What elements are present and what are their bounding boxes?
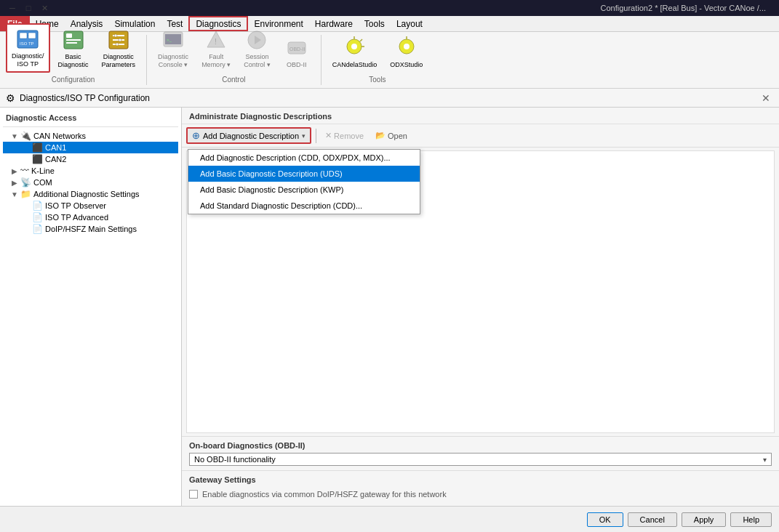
svg-point-26: [351, 44, 357, 49]
tree-icon-can-networks: 🔌: [20, 131, 31, 141]
toolbar-btn-label-session-control: SessionControl ▾: [244, 53, 271, 69]
dropdown-item-add-uds[interactable]: Add Basic Diagnostic Description (UDS): [188, 166, 420, 182]
toolbar-btn-label-diagnostic-console: DiagnosticConsole ▾: [158, 53, 188, 69]
tree-label-iso-tp-observer: ISO TP Observer: [45, 201, 106, 210]
remove-icon: ✕: [325, 131, 332, 140]
svg-text:ISO TP: ISO TP: [20, 41, 34, 46]
apply-button[interactable]: Apply: [682, 512, 727, 527]
toolbar-btn-label-obd2: OBD-II: [287, 61, 307, 69]
toolbar-btn-basic-diagnostic[interactable]: BasicDiagnostic: [53, 25, 94, 73]
add-diagnostic-description-button[interactable]: ⊕ Add Diagnostic Description ▾ Add Diagn…: [186, 127, 311, 144]
tree-label-can1: CAN1: [45, 143, 66, 152]
obd-dropdown[interactable]: No OBD-II functionality ▾: [189, 453, 772, 466]
tree-label-doip: DoIP/HSFZ Main Settings: [45, 225, 137, 233]
toolbar-btn-odxstudio[interactable]: ODXStudio: [385, 33, 428, 73]
right-panel-title: Administrate Diagnostic Descriptions: [182, 108, 779, 124]
close-icon[interactable]: ✕: [38, 1, 51, 15]
toolbar-btn-diagnostic-isotp[interactable]: ISO TP Diagnostic/ISO TP: [6, 23, 50, 73]
gateway-checkbox[interactable]: [189, 490, 198, 499]
menu-item-layout[interactable]: Layout: [391, 16, 428, 31]
dialog-title-icon: ⚙: [6, 92, 15, 104]
tree-item-com[interactable]: ▶ 📡 COM: [3, 177, 178, 188]
toolbar-group-label-tools: Tools: [369, 76, 385, 85]
gateway-label: Gateway Settings: [189, 475, 772, 484]
dropdown-item-add-kwp[interactable]: Add Basic Diagnostic Description (KWP): [188, 182, 420, 198]
toolbar-btn-fault-memory[interactable]: ! FaultMemory ▾: [196, 25, 236, 73]
toolbar-btn-label-diagnostic-params: DiagnosticParameters: [102, 53, 136, 69]
tree-item-additional-settings[interactable]: ▼ 📁 Additional Diagnostic Settings: [3, 188, 178, 200]
obd-dropdown-arrow: ▾: [763, 456, 767, 464]
toolbar-btn-candela[interactable]: CANdelaStudio: [327, 33, 383, 73]
window-controls[interactable]: ─ □ ✕: [6, 1, 51, 15]
obd-section: On-board Diagnostics (OBD-II) No OBD-II …: [182, 436, 779, 470]
toolbar-group-label-configuration: Configuration: [52, 76, 95, 85]
svg-rect-8: [66, 42, 77, 44]
tree-item-can-networks[interactable]: ▼ 🔌 CAN Networks: [3, 130, 178, 142]
remove-button[interactable]: ✕ Remove: [321, 129, 368, 142]
cancel-button[interactable]: Cancel: [628, 512, 677, 527]
gateway-checkbox-row: Enable diagnostics via common DoIP/HSFZ …: [189, 487, 772, 501]
svg-point-15: [116, 43, 119, 46]
tree-item-iso-tp-observer[interactable]: 📄 ISO TP Observer: [3, 200, 178, 211]
tree-item-kline[interactable]: ▶ 〰 K-Line: [3, 165, 178, 177]
dropdown-item-add-standard-cdd[interactable]: Add Standard Diagnostic Description (CDD…: [188, 198, 420, 214]
ok-button[interactable]: OK: [587, 512, 623, 527]
menu-item-tools[interactable]: Tools: [359, 16, 391, 31]
toolbar-btn-diagnostic-params[interactable]: DiagnosticParameters: [97, 25, 141, 73]
tree-icon-com: 📡: [20, 177, 31, 188]
tree-label-can-networks: CAN Networks: [33, 132, 86, 140]
diagnostic-isotp-icon: ISO TP: [16, 28, 39, 51]
toolbar-group-configuration: ISO TP Diagnostic/ISO TP BasicDiagnostic: [0, 35, 147, 85]
tree-expander-com: ▶: [9, 179, 20, 187]
tree-label-can2: CAN2: [45, 155, 66, 164]
svg-point-31: [404, 44, 410, 49]
minimize-icon[interactable]: ─: [6, 1, 19, 15]
tree-item-iso-tp-advanced[interactable]: 📄 ISO TP Advanced: [3, 211, 178, 223]
main-toolbar: ISO TP Diagnostic/ISO TP BasicDiagnostic: [0, 32, 779, 89]
add-description-dropdown: Add Diagnostic Description (CDD, ODX/PDX…: [188, 149, 420, 214]
session-control-icon: [245, 28, 268, 52]
open-label: Open: [388, 132, 407, 140]
dialog-titlebar: ⚙ Diagnostics/ISO TP Configuration ✕: [0, 89, 779, 108]
toolbar-btn-session-control[interactable]: SessionControl ▾: [239, 25, 276, 73]
toolbar-group-tools: CANdelaStudio ODXStudio Tools: [321, 35, 434, 85]
svg-point-14: [119, 39, 121, 41]
tree-expander-additional: ▼: [9, 190, 20, 198]
toolbar-tools-buttons: CANdelaStudio ODXStudio: [327, 33, 428, 73]
toolbar-control-buttons: >_ DiagnosticConsole ▾ ! FaultMemory ▾: [153, 25, 315, 73]
toolbar-btn-diagnostic-console[interactable]: >_ DiagnosticConsole ▾: [153, 25, 193, 73]
toolbar-btn-obd2[interactable]: OBD-II OBD-II: [279, 33, 315, 73]
tree-expander-kline: ▶: [9, 167, 20, 175]
right-toolbar: ⊕ Add Diagnostic Description ▾ Add Diagn…: [182, 124, 779, 148]
tree-item-can1[interactable]: ⬛ CAN1: [3, 142, 178, 153]
dialog-content: Diagnostic Access ▼ 🔌 CAN Networks ⬛ CAN…: [0, 108, 779, 506]
obd-dropdown-value: No OBD-II functionality: [194, 455, 763, 464]
tree-expander-can: ▼: [9, 132, 20, 140]
tree-label-kline: K-Line: [31, 166, 55, 175]
tree-icon-iso-tp-observer: 📄: [32, 201, 43, 211]
obd-label: On-board Diagnostics (OBD-II): [189, 441, 772, 450]
add-icon: ⊕: [192, 130, 200, 141]
svg-rect-1: [20, 33, 27, 39]
toolbar-separator: [316, 129, 316, 143]
svg-line-28: [360, 39, 362, 41]
basic-diagnostic-icon: [62, 28, 85, 52]
menu-item-hardware[interactable]: Hardware: [309, 16, 359, 31]
svg-text:!: !: [215, 38, 217, 46]
dialog-close-button[interactable]: ✕: [759, 91, 773, 105]
maximize-icon[interactable]: □: [22, 1, 35, 15]
dropdown-item-add-cdd[interactable]: Add Diagnostic Description (CDD, ODX/PDX…: [188, 150, 420, 166]
odxstudio-icon: [395, 36, 418, 60]
tree-label-com: COM: [33, 178, 52, 187]
candela-icon: [343, 36, 366, 60]
open-icon: 📂: [375, 131, 385, 140]
tree-item-can2[interactable]: ⬛ CAN2: [3, 153, 178, 165]
svg-rect-6: [66, 33, 72, 38]
gateway-checkbox-label: Enable diagnostics via common DoIP/HSFZ …: [202, 490, 447, 499]
open-button[interactable]: 📂 Open: [371, 129, 412, 142]
svg-rect-2: [28, 33, 36, 39]
diagnostic-console-icon: >_: [161, 28, 185, 52]
help-button[interactable]: Help: [730, 512, 772, 527]
diagnostic-params-icon: [107, 28, 130, 52]
tree-item-doip[interactable]: 📄 DoIP/HSFZ Main Settings: [3, 223, 178, 235]
